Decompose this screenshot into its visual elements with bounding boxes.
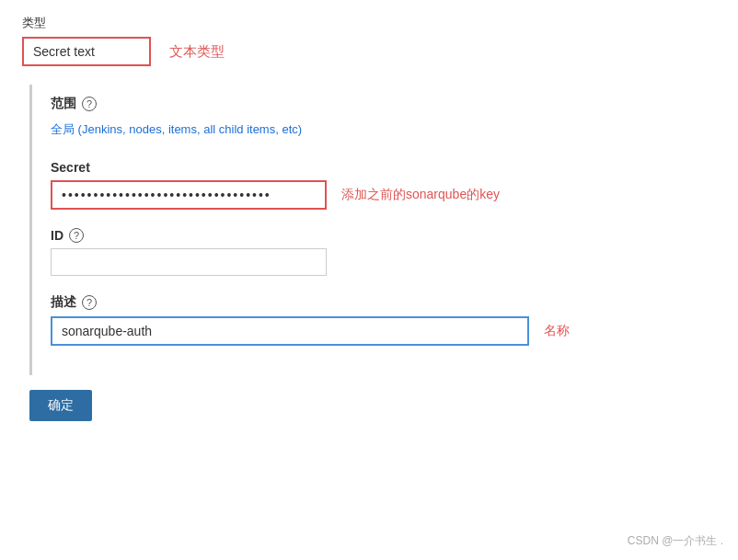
desc-input-row: 名称: [51, 316, 716, 346]
desc-label: 描述 ?: [51, 294, 716, 311]
desc-label-text: 描述: [51, 294, 76, 311]
watermark: CSDN @一介书生 .: [628, 533, 723, 549]
form-section: 范围 ? 全局 (Jenkins, nodes, items, all chil…: [29, 85, 716, 375]
desc-help-icon[interactable]: ?: [82, 295, 97, 310]
secret-label: Secret: [51, 160, 716, 175]
secret-field-block: Secret 添加之前的sonarqube的key: [51, 160, 716, 210]
id-input[interactable]: [51, 248, 327, 276]
scope-value: 全局 (Jenkins, nodes, items, all child ite…: [51, 118, 716, 142]
desc-field-block: 描述 ? 名称: [51, 294, 716, 346]
secret-input-row: 添加之前的sonarqube的key: [51, 180, 716, 210]
scope-label: 范围 ?: [51, 96, 716, 112]
page-container: 类型 Secret text 文本类型 范围 ? 全局 (Jenkins, no…: [0, 0, 738, 560]
secret-input[interactable]: [51, 180, 327, 210]
scope-label-text: 范围: [51, 96, 76, 112]
type-select[interactable]: Secret text: [22, 37, 151, 66]
secret-label-text: Secret: [51, 160, 90, 175]
desc-annotation: 名称: [544, 323, 570, 339]
type-annotation: 文本类型: [169, 43, 225, 61]
scope-help-icon[interactable]: ?: [82, 97, 97, 111]
id-label-text: ID: [51, 228, 63, 243]
secret-annotation: 添加之前的sonarqube的key: [341, 187, 500, 203]
scope-field-block: 范围 ? 全局 (Jenkins, nodes, items, all chil…: [51, 96, 716, 142]
id-field-block: ID ?: [51, 228, 716, 276]
id-label: ID ?: [51, 228, 716, 243]
desc-input[interactable]: [51, 316, 529, 346]
type-section-label: 类型: [22, 15, 716, 31]
id-help-icon[interactable]: ?: [69, 228, 84, 243]
confirm-button[interactable]: 确定: [29, 390, 92, 421]
type-row: Secret text 文本类型: [22, 37, 716, 66]
